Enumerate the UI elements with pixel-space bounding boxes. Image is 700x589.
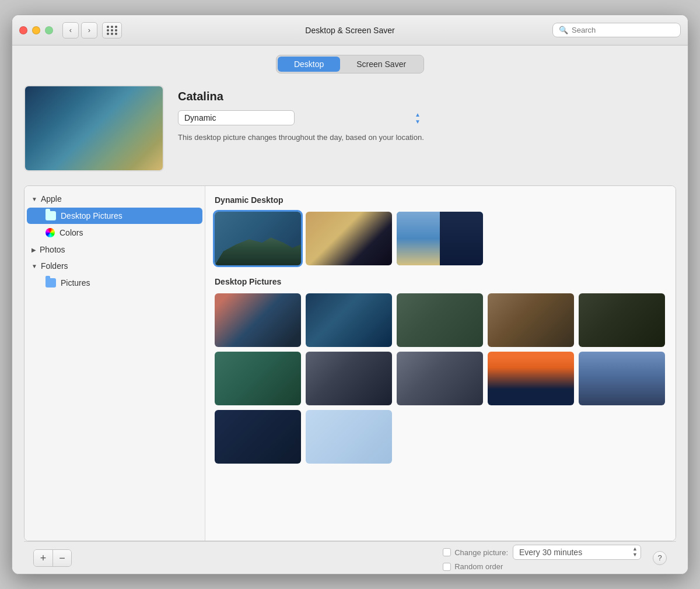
random-order-label[interactable]: Random order: [443, 562, 503, 571]
gallery-thumb-dp9[interactable]: [488, 352, 574, 405]
style-select[interactable]: Dynamic Light (Still) Dark (Still): [178, 110, 295, 125]
search-box[interactable]: 🔍: [552, 23, 681, 37]
preview-row: Catalina Dynamic Light (Still) Dark (Sti…: [24, 85, 676, 171]
triangle-icon: ▼: [32, 196, 37, 202]
sidebar-colors-label: Colors: [60, 228, 83, 237]
search-input[interactable]: [572, 26, 674, 34]
gallery-pictures-grid: [215, 293, 666, 464]
gallery-thumb-dp10[interactable]: [579, 352, 665, 405]
sidebar-desktop-pictures-label: Desktop Pictures: [61, 211, 123, 220]
select-arrows-icon: ▲ ▼: [415, 111, 421, 125]
bottom-options: Change picture: Every 30 minutes Every 5…: [443, 545, 641, 571]
tab-screensaver[interactable]: Screen Saver: [340, 57, 422, 72]
back-button[interactable]: ‹: [62, 22, 79, 38]
thumb-image-dp12: [306, 410, 392, 464]
change-picture-row: Change picture: Every 30 minutes Every 5…: [443, 545, 641, 560]
thumb-image-dp11: [215, 410, 301, 464]
preview-description: This desktop picture changes throughout …: [178, 132, 424, 143]
preview-title: Catalina: [178, 90, 424, 103]
gallery-section-pictures: Desktop Pictures: [215, 277, 666, 464]
sidebar-apple-label: Apple: [41, 194, 62, 204]
triangle-photos-icon: ▶: [32, 247, 36, 253]
close-button[interactable]: [19, 26, 27, 34]
gallery-thumb-dp2[interactable]: [306, 293, 392, 347]
window-title: Desktop & Screen Saver: [305, 26, 394, 35]
sidebar-item-desktop-pictures[interactable]: Desktop Pictures: [27, 208, 202, 224]
thumb-image-dp8: [397, 352, 483, 405]
thumb-image-dynamic-3: [397, 212, 483, 265]
content-area: Desktop Screen Saver Catalina Dynamic Li…: [12, 45, 688, 574]
gallery[interactable]: Dynamic Desktop: [205, 186, 676, 541]
traffic-lights: [19, 26, 53, 34]
gallery-thumb-dp12[interactable]: [306, 410, 392, 464]
sidebar-item-colors[interactable]: Colors: [27, 225, 202, 241]
change-picture-label[interactable]: Change picture:: [443, 548, 508, 557]
sidebar-section-folders[interactable]: ▼ Folders: [24, 258, 205, 274]
titlebar: ‹ › Desktop & Screen Saver 🔍: [12, 15, 688, 45]
nav-buttons: ‹ ›: [62, 22, 97, 38]
gallery-thumb-dynamic-1[interactable]: [215, 212, 301, 265]
gallery-pictures-title: Desktop Pictures: [215, 277, 666, 286]
gallery-dynamic-title: Dynamic Desktop: [215, 195, 666, 205]
tab-container: Desktop Screen Saver: [276, 55, 424, 73]
main-panel: ▼ Apple Desktop Pictures Colors ▶ Photos: [24, 185, 676, 541]
gallery-thumb-dp5[interactable]: [579, 293, 665, 347]
remove-button[interactable]: −: [52, 550, 71, 566]
preview-image: [25, 86, 163, 170]
bottom-bar: + − Change picture: Every 30 minutes Eve…: [24, 541, 676, 574]
mountain-shape: [215, 230, 301, 265]
gallery-thumb-dp3[interactable]: [397, 293, 483, 347]
random-order-checkbox[interactable]: [443, 563, 451, 571]
style-select-wrapper: Dynamic Light (Still) Dark (Still) ▲ ▼: [178, 110, 424, 125]
forward-button[interactable]: ›: [81, 22, 97, 38]
add-button[interactable]: +: [34, 550, 52, 566]
help-button[interactable]: ?: [653, 551, 667, 565]
sidebar-item-pictures[interactable]: Pictures: [27, 275, 202, 291]
preview-thumbnail: [24, 85, 164, 171]
gallery-thumb-dp8[interactable]: [397, 352, 483, 405]
thumb-image-dynamic-2: [306, 212, 392, 265]
thumb-image-dp9: [488, 352, 574, 405]
sidebar-section-photos[interactable]: ▶ Photos: [24, 241, 205, 258]
search-icon: 🔍: [559, 26, 568, 34]
triangle-folders-icon: ▼: [32, 263, 37, 269]
grid-button[interactable]: [102, 22, 122, 38]
gallery-thumb-dp11[interactable]: [215, 410, 301, 464]
preview-info: Catalina Dynamic Light (Still) Dark (Sti…: [178, 85, 424, 143]
pictures-folder-icon: [46, 278, 56, 288]
thumb-image-dynamic-1: [215, 212, 301, 265]
sidebar: ▼ Apple Desktop Pictures Colors ▶ Photos: [24, 186, 205, 541]
thumb-image-dp10: [579, 352, 665, 405]
interval-select[interactable]: Every 30 minutes Every 5 minutes Every h…: [513, 545, 641, 560]
sidebar-section-apple[interactable]: ▼ Apple: [24, 191, 205, 207]
sky-left: [397, 212, 440, 265]
gallery-thumb-dynamic-3[interactable]: [397, 212, 483, 265]
sidebar-pictures-label: Pictures: [61, 278, 90, 288]
thumb-image-dp3: [397, 293, 483, 347]
gallery-dynamic-grid: [215, 212, 666, 265]
gallery-thumb-dp6[interactable]: [215, 352, 301, 405]
change-picture-text: Change picture:: [454, 548, 508, 557]
sidebar-folders-label: Folders: [41, 261, 68, 271]
add-remove-buttons: + −: [33, 549, 72, 567]
thumb-image-dp5: [579, 293, 665, 347]
tab-desktop[interactable]: Desktop: [278, 57, 340, 72]
gallery-thumb-dp4[interactable]: [488, 293, 574, 347]
maximize-button[interactable]: [45, 26, 53, 34]
minimize-button[interactable]: [32, 26, 40, 34]
change-picture-checkbox[interactable]: [443, 548, 451, 556]
gallery-thumb-dp7[interactable]: [306, 352, 392, 405]
thumb-image-dp2: [306, 293, 392, 347]
sidebar-photos-label: Photos: [40, 245, 65, 254]
thumb-image-dp4: [488, 293, 574, 347]
bottom-right: Change picture: Every 30 minutes Every 5…: [438, 545, 667, 571]
color-wheel-icon: [46, 228, 55, 237]
thumb-image-dp1: [215, 293, 301, 347]
tabs-row: Desktop Screen Saver: [24, 55, 676, 73]
sky-right: [440, 212, 483, 265]
thumb-image-dp6: [215, 352, 301, 405]
thumb-image-dp7: [306, 352, 392, 405]
gallery-thumb-dp1[interactable]: [215, 293, 301, 347]
gallery-thumb-dynamic-2[interactable]: [306, 212, 392, 265]
folder-icon: [46, 211, 56, 220]
